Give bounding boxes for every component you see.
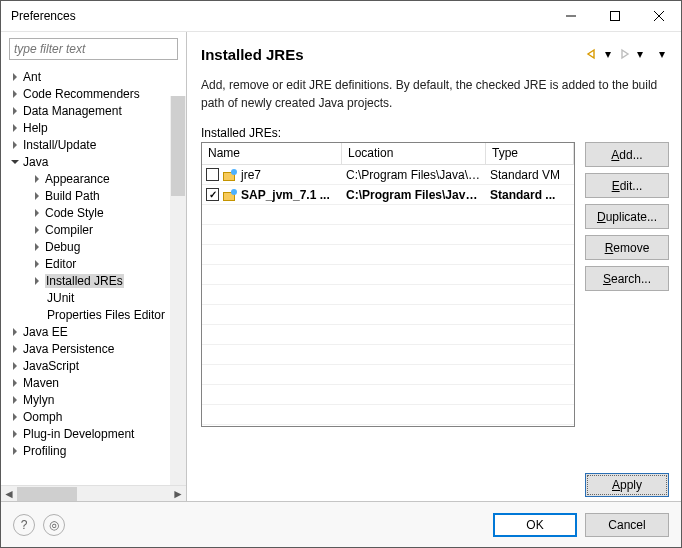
window-controls: [549, 1, 681, 31]
svg-marker-9: [11, 160, 19, 164]
forward-icon[interactable]: [617, 47, 631, 61]
svg-marker-19: [13, 362, 17, 370]
tree-item-code-recommenders[interactable]: Code Recommenders: [1, 85, 186, 102]
tree-item-java-build-path[interactable]: Build Path: [1, 187, 186, 204]
tree-horizontal-scrollbar[interactable]: ◄ ►: [1, 485, 186, 501]
help-icon[interactable]: ?: [13, 514, 35, 536]
tree-item-ant[interactable]: Ant: [1, 68, 186, 85]
edit-button[interactable]: Edit...: [585, 173, 669, 198]
minimize-button[interactable]: [549, 1, 593, 31]
tree-item-mylyn[interactable]: Mylyn: [1, 391, 186, 408]
chevron-right-icon[interactable]: [9, 362, 21, 370]
jre-name: jre7: [241, 168, 261, 182]
tree-item-java-installed-jres[interactable]: Installed JREs: [1, 272, 186, 289]
tree-item-java-debug[interactable]: Debug: [1, 238, 186, 255]
table-row-empty: [202, 285, 574, 305]
chevron-right-icon[interactable]: [9, 396, 21, 404]
tree-item-maven[interactable]: Maven: [1, 374, 186, 391]
table-row-empty: [202, 385, 574, 405]
remove-button[interactable]: Remove: [585, 235, 669, 260]
table-row-empty: [202, 305, 574, 325]
back-icon[interactable]: [585, 47, 599, 61]
duplicate-button[interactable]: Duplicate...: [585, 204, 669, 229]
chevron-right-icon[interactable]: [31, 243, 43, 251]
apply-button[interactable]: Apply: [585, 473, 669, 497]
table-row[interactable]: SAP_jvm_7.1 ...C:\Program Files\Java\...…: [202, 185, 574, 205]
chevron-right-icon[interactable]: [31, 175, 43, 183]
table-row-empty: [202, 365, 574, 385]
column-header-type[interactable]: Type: [486, 143, 574, 164]
chevron-right-icon[interactable]: [9, 430, 21, 438]
forward-menu-icon[interactable]: ▾: [633, 47, 647, 61]
scroll-left-icon[interactable]: ◄: [1, 486, 17, 502]
chevron-right-icon[interactable]: [9, 413, 21, 421]
jre-checkbox[interactable]: [206, 168, 219, 181]
jre-checkbox[interactable]: [206, 188, 219, 201]
tree-item-java-appearance[interactable]: Appearance: [1, 170, 186, 187]
maximize-button[interactable]: [593, 1, 637, 31]
add-button[interactable]: Add...: [585, 142, 669, 167]
tree-item-help[interactable]: Help: [1, 119, 186, 136]
chevron-right-icon[interactable]: [9, 379, 21, 387]
tree-item-java-code-style[interactable]: Code Style: [1, 204, 186, 221]
import-export-icon[interactable]: ◎: [43, 514, 65, 536]
tree-item-java[interactable]: Java: [1, 153, 186, 170]
tree-item-oomph[interactable]: Oomph: [1, 408, 186, 425]
tree-item-java-persistence[interactable]: Java Persistence: [1, 340, 186, 357]
cancel-button[interactable]: Cancel: [585, 513, 669, 537]
chevron-right-icon[interactable]: [31, 209, 43, 217]
chevron-right-icon[interactable]: [9, 141, 21, 149]
preference-tree[interactable]: Ant Code Recommenders Data Management He…: [1, 66, 186, 501]
titlebar: Preferences: [1, 1, 681, 32]
tree-item-java-properties-editor[interactable]: Properties Files Editor: [1, 306, 186, 323]
chevron-right-icon[interactable]: [31, 260, 43, 268]
chevron-right-icon[interactable]: [31, 192, 43, 200]
chevron-right-icon[interactable]: [9, 124, 21, 132]
tree-item-install-update[interactable]: Install/Update: [1, 136, 186, 153]
svg-marker-22: [13, 413, 17, 421]
svg-marker-5: [13, 90, 17, 98]
chevron-down-icon[interactable]: [9, 158, 21, 166]
svg-marker-6: [13, 107, 17, 115]
chevron-right-icon[interactable]: [9, 345, 21, 353]
svg-marker-15: [35, 260, 39, 268]
chevron-right-icon[interactable]: [9, 328, 21, 336]
jre-icon: [223, 169, 237, 181]
filter-input[interactable]: [9, 38, 178, 60]
tree-item-java-editor[interactable]: Editor: [1, 255, 186, 272]
table-row-empty: [202, 205, 574, 225]
page-title: Installed JREs: [201, 46, 304, 63]
chevron-right-icon[interactable]: [31, 277, 43, 285]
tree-item-profiling[interactable]: Profiling: [1, 442, 186, 459]
svg-marker-17: [13, 328, 17, 336]
tree-item-data-management[interactable]: Data Management: [1, 102, 186, 119]
chevron-right-icon[interactable]: [9, 107, 21, 115]
tree-item-plugin-development[interactable]: Plug-in Development: [1, 425, 186, 442]
jre-type: Standard VM: [486, 168, 574, 182]
table-row-empty: [202, 265, 574, 285]
svg-rect-1: [611, 12, 620, 21]
chevron-right-icon[interactable]: [9, 447, 21, 455]
svg-marker-21: [13, 396, 17, 404]
table-row-empty: [202, 225, 574, 245]
chevron-right-icon[interactable]: [9, 73, 21, 81]
back-menu-icon[interactable]: ▾: [601, 47, 615, 61]
view-menu-icon[interactable]: ▾: [655, 47, 669, 61]
column-header-name[interactable]: Name: [202, 143, 342, 164]
table-row[interactable]: jre7C:\Program Files\Java\jre7Standard V…: [202, 165, 574, 185]
installed-jres-table[interactable]: Name Location Type jre7C:\Program Files\…: [201, 142, 575, 427]
chevron-right-icon[interactable]: [31, 226, 43, 234]
page-nav: ▾ ▾ ▾: [585, 47, 669, 61]
tree-vertical-scrollbar[interactable]: [170, 96, 186, 485]
column-header-location[interactable]: Location: [342, 143, 486, 164]
tree-item-java-junit[interactable]: JUnit: [1, 289, 186, 306]
search-button[interactable]: Search...: [585, 266, 669, 291]
chevron-right-icon[interactable]: [9, 90, 21, 98]
close-button[interactable]: [637, 1, 681, 31]
tree-item-java-compiler[interactable]: Compiler: [1, 221, 186, 238]
tree-item-javascript[interactable]: JavaScript: [1, 357, 186, 374]
ok-button[interactable]: OK: [493, 513, 577, 537]
tree-item-java-ee[interactable]: Java EE: [1, 323, 186, 340]
scroll-right-icon[interactable]: ►: [170, 486, 186, 502]
svg-marker-14: [35, 243, 39, 251]
